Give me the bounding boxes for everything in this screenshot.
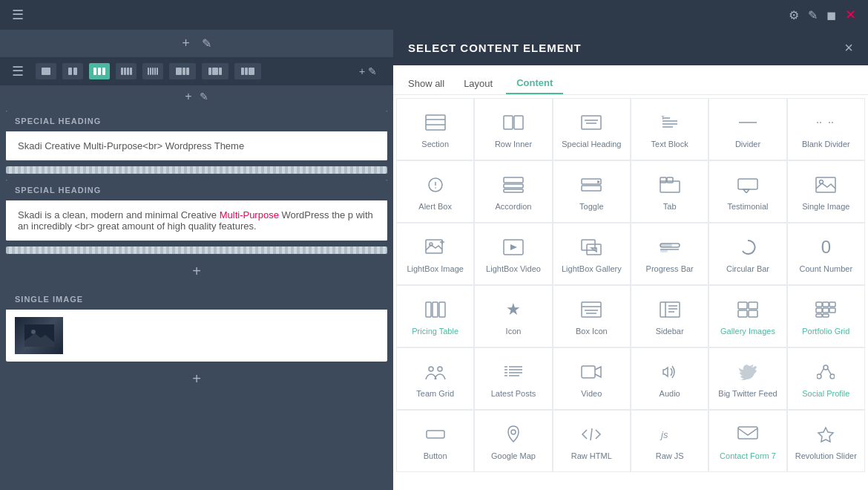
social-profile-label: Social Profile <box>802 388 849 399</box>
hamburger-icon[interactable]: ☰ <box>12 7 24 23</box>
tab-layout[interactable]: Layout <box>453 74 503 94</box>
element-tab[interactable]: Tab <box>631 160 708 223</box>
col-6-button[interactable] <box>169 63 196 79</box>
element-team-grid[interactable]: Team Grid <box>396 347 474 410</box>
element-portfolio-grid[interactable]: Portfolio Grid <box>787 285 865 347</box>
modal-close-button[interactable]: × <box>844 40 853 55</box>
elements-grid-container: Section Row Inner <box>393 95 868 490</box>
element-box-icon[interactable]: Box Icon <box>553 285 631 347</box>
element-special-heading[interactable]: Special Heading <box>553 98 631 160</box>
special-heading-icon <box>581 112 602 133</box>
single-image-block: SINGLE IMAGE <box>6 289 387 362</box>
section-label: Section <box>421 139 449 149</box>
col-3-button[interactable] <box>89 63 110 79</box>
col-8-button[interactable] <box>234 63 261 79</box>
element-text-block[interactable]: T Text Block <box>631 98 708 160</box>
svg-rect-24 <box>504 189 523 192</box>
element-pricing-table[interactable]: Pricing Table <box>396 285 474 347</box>
modal-tabs: Show all Layout Content <box>393 65 868 95</box>
element-alert-box[interactable]: Alert Box <box>396 160 474 223</box>
section-edit-btn[interactable]: ✎ <box>200 91 208 102</box>
element-circular-bar[interactable]: Circular Bar <box>708 223 786 285</box>
element-accordion[interactable]: Accordion <box>474 160 552 223</box>
col-7-button[interactable] <box>202 63 228 79</box>
edit-icon[interactable]: ✎ <box>808 8 818 22</box>
button-icon <box>425 424 446 445</box>
svg-rect-31 <box>667 177 673 183</box>
element-button[interactable]: Button <box>396 410 474 472</box>
element-contact-form-7[interactable]: Contact Form 7 <box>708 410 786 472</box>
svg-rect-32 <box>738 179 757 189</box>
edit-toolbar: + ✎ <box>0 30 393 57</box>
element-blank-divider[interactable]: Blank Divider <box>787 98 865 160</box>
svg-rect-30 <box>660 177 666 183</box>
element-testimonial[interactable]: Testimonial <box>708 160 786 223</box>
element-big-twitter-feed[interactable]: Big Twitter Feed <box>708 347 786 410</box>
element-toggle[interactable]: Toggle <box>553 160 631 223</box>
element-lightbox-gallery[interactable]: LightBox Gallery <box>553 223 631 285</box>
count-number-icon: 0 <box>821 237 831 258</box>
add-row-button[interactable]: + <box>0 257 393 286</box>
svg-rect-46 <box>660 244 672 247</box>
element-divider[interactable]: Divider <box>708 98 786 160</box>
settings-icon[interactable]: ⚙ <box>789 8 799 22</box>
svg-rect-65 <box>816 302 822 307</box>
element-lightbox-video[interactable]: LightBox Video <box>474 223 552 285</box>
row-icon: ☰ <box>12 63 24 79</box>
element-section[interactable]: Section <box>396 98 474 160</box>
element-latest-posts[interactable]: Latest Posts <box>474 347 552 410</box>
col-2-button[interactable] <box>62 63 83 79</box>
box-icon-el-label: Box Icon <box>576 326 608 336</box>
svg-rect-89 <box>427 431 444 438</box>
block-heading-1: SPECIAL HEADING <box>6 111 387 131</box>
element-google-map[interactable]: Google Map <box>474 410 552 472</box>
svg-rect-52 <box>582 302 601 317</box>
element-video[interactable]: Video <box>553 347 631 410</box>
blank-divider-label: Blank Divider <box>802 139 850 149</box>
element-audio[interactable]: Audio <box>631 347 708 410</box>
layers-icon[interactable]: ◼ <box>826 8 836 22</box>
elements-grid: Section Row Inner <box>396 98 865 472</box>
element-icon[interactable]: ★ Icon <box>474 285 552 347</box>
svg-rect-51 <box>439 302 445 317</box>
element-row-inner[interactable]: Row Inner <box>474 98 552 160</box>
element-social-profile[interactable]: Social Profile <box>787 347 865 410</box>
element-raw-js[interactable]: js Raw JS <box>631 410 708 472</box>
raw-html-icon <box>581 424 602 445</box>
svg-rect-22 <box>504 177 523 183</box>
element-sidebar[interactable]: Sidebar <box>631 285 708 347</box>
element-progress-bar[interactable]: Progress Bar <box>631 223 708 285</box>
show-all-label[interactable]: Show all <box>408 78 444 89</box>
col-1-button[interactable] <box>36 63 56 79</box>
element-single-image[interactable]: Single Image <box>787 160 865 223</box>
progress-bar-label: Progress Bar <box>646 264 694 274</box>
col-5-button[interactable] <box>142 63 163 79</box>
edit-element-button[interactable]: ✎ <box>202 36 211 50</box>
svg-rect-62 <box>749 302 757 309</box>
multi-purpose-link[interactable]: Multi-Purpose <box>220 209 279 220</box>
element-revolution-slider[interactable]: Revolution Slider <box>787 410 865 472</box>
google-map-icon <box>505 424 522 445</box>
single-image-body <box>6 310 387 362</box>
accordion-label: Accordion <box>496 201 532 212</box>
element-count-number[interactable]: 0 Count Number <box>787 223 865 285</box>
svg-rect-50 <box>433 302 438 317</box>
blank-divider-icon <box>815 112 836 133</box>
element-lightbox-image[interactable]: LightBox Image <box>396 223 474 285</box>
element-raw-html[interactable]: Raw HTML <box>553 410 631 472</box>
row-add-button[interactable]: + ✎ <box>359 65 377 77</box>
close-icon[interactable]: ✕ <box>845 7 856 23</box>
add-element-button[interactable]: + <box>182 36 190 51</box>
element-gallery-images[interactable]: Gallery Images <box>708 285 786 347</box>
svg-marker-41 <box>510 244 517 250</box>
svg-point-85 <box>817 374 821 379</box>
team-grid-label: Team Grid <box>416 388 454 399</box>
add-row-button-2[interactable]: + <box>0 365 393 393</box>
svg-line-91 <box>591 428 592 440</box>
section-add-button[interactable]: + <box>185 90 191 103</box>
svg-rect-70 <box>829 308 835 313</box>
tab-content[interactable]: Content <box>506 73 563 94</box>
image-placeholder-icon <box>24 324 54 347</box>
col-4-button[interactable] <box>116 63 137 79</box>
special-heading-block-1: SPECIAL HEADING Skadi Creative Multi-Pur… <box>6 111 387 160</box>
